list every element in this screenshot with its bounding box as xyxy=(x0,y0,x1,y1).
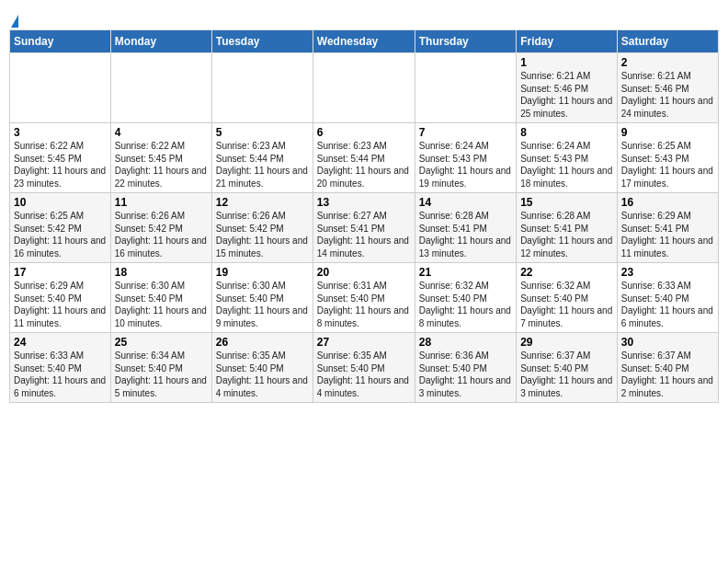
calendar-cell: 21Sunrise: 6:32 AM Sunset: 5:40 PM Dayli… xyxy=(415,263,516,333)
day-info: Sunrise: 6:24 AM Sunset: 5:43 PM Dayligh… xyxy=(419,141,511,189)
day-number: 15 xyxy=(520,196,613,209)
logo-triangle-icon xyxy=(11,15,18,28)
day-info: Sunrise: 6:33 AM Sunset: 5:40 PM Dayligh… xyxy=(621,281,713,328)
calendar-cell: 26Sunrise: 6:35 AM Sunset: 5:40 PM Dayli… xyxy=(211,333,313,403)
day-number: 23 xyxy=(621,266,714,279)
calendar-cell xyxy=(110,53,211,123)
day-number: 6 xyxy=(317,126,411,139)
day-number: 21 xyxy=(419,266,512,279)
day-number: 9 xyxy=(621,126,714,139)
day-info: Sunrise: 6:33 AM Sunset: 5:40 PM Dayligh… xyxy=(14,350,106,398)
day-number: 28 xyxy=(419,336,512,349)
calendar-cell: 22Sunrise: 6:32 AM Sunset: 5:40 PM Dayli… xyxy=(517,263,618,333)
calendar-cell: 4Sunrise: 6:22 AM Sunset: 5:45 PM Daylig… xyxy=(110,123,211,193)
calendar-cell: 19Sunrise: 6:30 AM Sunset: 5:40 PM Dayli… xyxy=(211,263,313,333)
day-info: Sunrise: 6:35 AM Sunset: 5:40 PM Dayligh… xyxy=(216,350,308,398)
day-number: 29 xyxy=(520,336,613,349)
day-number: 18 xyxy=(115,266,208,279)
day-number: 11 xyxy=(115,196,208,209)
day-info: Sunrise: 6:29 AM Sunset: 5:41 PM Dayligh… xyxy=(621,211,713,259)
calendar-cell xyxy=(415,53,516,123)
calendar-cell xyxy=(313,53,415,123)
calendar-cell: 6Sunrise: 6:23 AM Sunset: 5:44 PM Daylig… xyxy=(313,123,415,193)
calendar-cell: 29Sunrise: 6:37 AM Sunset: 5:40 PM Dayli… xyxy=(517,333,618,403)
calendar-week-row: 1Sunrise: 6:21 AM Sunset: 5:46 PM Daylig… xyxy=(10,53,719,123)
day-number: 17 xyxy=(14,266,107,279)
calendar-cell: 27Sunrise: 6:35 AM Sunset: 5:40 PM Dayli… xyxy=(313,333,415,403)
day-number: 30 xyxy=(621,336,714,349)
day-info: Sunrise: 6:26 AM Sunset: 5:42 PM Dayligh… xyxy=(216,211,308,259)
day-number: 3 xyxy=(14,126,107,139)
day-info: Sunrise: 6:23 AM Sunset: 5:44 PM Dayligh… xyxy=(317,141,409,189)
day-info: Sunrise: 6:28 AM Sunset: 5:41 PM Dayligh… xyxy=(419,211,511,259)
calendar-week-row: 17Sunrise: 6:29 AM Sunset: 5:40 PM Dayli… xyxy=(10,263,719,333)
day-number: 13 xyxy=(317,196,411,209)
calendar-cell: 30Sunrise: 6:37 AM Sunset: 5:40 PM Dayli… xyxy=(617,333,718,403)
calendar-cell: 20Sunrise: 6:31 AM Sunset: 5:40 PM Dayli… xyxy=(313,263,415,333)
day-number: 8 xyxy=(520,126,613,139)
day-number: 24 xyxy=(14,336,107,349)
day-number: 2 xyxy=(621,56,714,69)
day-number: 16 xyxy=(621,196,714,209)
day-info: Sunrise: 6:37 AM Sunset: 5:40 PM Dayligh… xyxy=(520,350,612,398)
day-number: 12 xyxy=(216,196,309,209)
weekday-header: Sunday xyxy=(10,30,111,53)
calendar-week-row: 10Sunrise: 6:25 AM Sunset: 5:42 PM Dayli… xyxy=(10,193,719,263)
calendar-cell: 15Sunrise: 6:28 AM Sunset: 5:41 PM Dayli… xyxy=(517,193,618,263)
day-info: Sunrise: 6:28 AM Sunset: 5:41 PM Dayligh… xyxy=(520,211,612,259)
day-info: Sunrise: 6:32 AM Sunset: 5:40 PM Dayligh… xyxy=(419,281,511,328)
calendar-cell: 14Sunrise: 6:28 AM Sunset: 5:41 PM Dayli… xyxy=(415,193,516,263)
day-number: 10 xyxy=(14,196,107,209)
calendar-cell: 23Sunrise: 6:33 AM Sunset: 5:40 PM Dayli… xyxy=(617,263,718,333)
day-number: 20 xyxy=(317,266,411,279)
day-info: Sunrise: 6:26 AM Sunset: 5:42 PM Dayligh… xyxy=(115,211,207,259)
calendar-cell: 16Sunrise: 6:29 AM Sunset: 5:41 PM Dayli… xyxy=(617,193,718,263)
day-number: 4 xyxy=(115,126,208,139)
calendar-cell: 13Sunrise: 6:27 AM Sunset: 5:41 PM Dayli… xyxy=(313,193,415,263)
calendar-cell: 2Sunrise: 6:21 AM Sunset: 5:46 PM Daylig… xyxy=(617,53,718,123)
day-number: 26 xyxy=(216,336,309,349)
weekday-header: Thursday xyxy=(415,30,516,53)
day-number: 19 xyxy=(216,266,309,279)
calendar-cell: 24Sunrise: 6:33 AM Sunset: 5:40 PM Dayli… xyxy=(10,333,111,403)
calendar-cell: 7Sunrise: 6:24 AM Sunset: 5:43 PM Daylig… xyxy=(415,123,516,193)
day-info: Sunrise: 6:25 AM Sunset: 5:43 PM Dayligh… xyxy=(621,141,713,189)
weekday-header: Tuesday xyxy=(211,30,313,53)
day-info: Sunrise: 6:27 AM Sunset: 5:41 PM Dayligh… xyxy=(317,211,409,259)
calendar-cell xyxy=(10,53,111,123)
calendar-cell: 11Sunrise: 6:26 AM Sunset: 5:42 PM Dayli… xyxy=(110,193,211,263)
calendar-cell: 9Sunrise: 6:25 AM Sunset: 5:43 PM Daylig… xyxy=(617,123,718,193)
calendar-cell: 17Sunrise: 6:29 AM Sunset: 5:40 PM Dayli… xyxy=(10,263,111,333)
day-info: Sunrise: 6:24 AM Sunset: 5:43 PM Dayligh… xyxy=(520,141,612,189)
calendar-cell: 3Sunrise: 6:22 AM Sunset: 5:45 PM Daylig… xyxy=(10,123,111,193)
calendar-week-row: 24Sunrise: 6:33 AM Sunset: 5:40 PM Dayli… xyxy=(10,333,719,403)
day-info: Sunrise: 6:30 AM Sunset: 5:40 PM Dayligh… xyxy=(115,281,207,328)
logo xyxy=(9,9,18,26)
day-info: Sunrise: 6:32 AM Sunset: 5:40 PM Dayligh… xyxy=(520,281,612,328)
calendar-cell: 25Sunrise: 6:34 AM Sunset: 5:40 PM Dayli… xyxy=(110,333,211,403)
day-number: 22 xyxy=(520,266,613,279)
weekday-header: Saturday xyxy=(617,30,718,53)
calendar-week-row: 3Sunrise: 6:22 AM Sunset: 5:45 PM Daylig… xyxy=(10,123,719,193)
calendar-cell xyxy=(211,53,313,123)
day-number: 7 xyxy=(419,126,512,139)
calendar-cell: 18Sunrise: 6:30 AM Sunset: 5:40 PM Dayli… xyxy=(110,263,211,333)
page-header xyxy=(9,9,719,26)
calendar-table: SundayMondayTuesdayWednesdayThursdayFrid… xyxy=(9,29,719,403)
day-info: Sunrise: 6:29 AM Sunset: 5:40 PM Dayligh… xyxy=(14,281,106,328)
day-info: Sunrise: 6:22 AM Sunset: 5:45 PM Dayligh… xyxy=(115,141,207,189)
day-info: Sunrise: 6:36 AM Sunset: 5:40 PM Dayligh… xyxy=(419,350,511,398)
day-info: Sunrise: 6:31 AM Sunset: 5:40 PM Dayligh… xyxy=(317,281,409,328)
day-info: Sunrise: 6:25 AM Sunset: 5:42 PM Dayligh… xyxy=(14,211,106,259)
day-info: Sunrise: 6:22 AM Sunset: 5:45 PM Dayligh… xyxy=(14,141,106,189)
day-number: 27 xyxy=(317,336,411,349)
calendar-cell: 8Sunrise: 6:24 AM Sunset: 5:43 PM Daylig… xyxy=(517,123,618,193)
day-info: Sunrise: 6:23 AM Sunset: 5:44 PM Dayligh… xyxy=(216,141,308,189)
day-info: Sunrise: 6:34 AM Sunset: 5:40 PM Dayligh… xyxy=(115,350,207,398)
weekday-header: Friday xyxy=(517,30,618,53)
weekday-header: Monday xyxy=(110,30,211,53)
day-info: Sunrise: 6:30 AM Sunset: 5:40 PM Dayligh… xyxy=(216,281,308,328)
day-number: 14 xyxy=(419,196,512,209)
day-number: 5 xyxy=(216,126,309,139)
weekday-header: Wednesday xyxy=(313,30,415,53)
